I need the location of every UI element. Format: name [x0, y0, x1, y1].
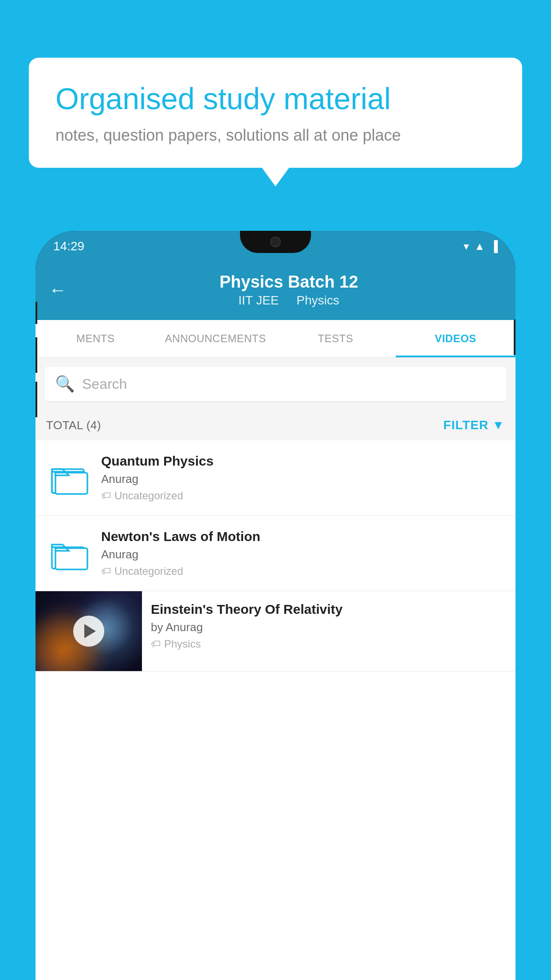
- video-author-3: by Anurag: [151, 620, 507, 634]
- play-button[interactable]: [73, 616, 104, 647]
- video-info-1: Quantum Physics Anurag 🏷 Uncategorized: [101, 454, 505, 502]
- header-center: Physics Batch 12 IIT JEE Physics: [75, 273, 502, 308]
- filter-icon: ▼: [492, 418, 505, 432]
- subtitle-physics: Physics: [296, 293, 339, 307]
- list-item[interactable]: Quantum Physics Anurag 🏷 Uncategorized: [35, 440, 516, 516]
- total-count: TOTAL (4): [46, 419, 101, 432]
- speech-bubble-wrapper: Organised study material notes, question…: [29, 58, 522, 168]
- video-info-3: Einstein's Theory Of Relativity by Anura…: [142, 591, 516, 661]
- speech-bubble-title: Organised study material: [55, 81, 496, 117]
- tag-label-1: Uncategorized: [114, 490, 183, 502]
- speech-bubble: Organised study material notes, question…: [29, 58, 522, 168]
- video-tag-1: 🏷 Uncategorized: [101, 490, 505, 502]
- folder-icon: [48, 536, 88, 571]
- video-info-2: Newton's Laws of Motion Anurag 🏷 Uncateg…: [101, 529, 505, 577]
- tag-icon: 🏷: [101, 490, 111, 502]
- phone-content: MENTS ANNOUNCEMENTS TESTS VIDEOS 🔍 Searc…: [35, 320, 516, 980]
- item-thumbnail-2: [46, 536, 91, 571]
- search-icon: 🔍: [55, 375, 75, 393]
- tabs-bar: MENTS ANNOUNCEMENTS TESTS VIDEOS: [35, 320, 516, 358]
- subtitle-iitjee: IIT JEE: [238, 293, 279, 307]
- video-title-3: Einstein's Theory Of Relativity: [151, 602, 507, 617]
- tag-icon: 🏷: [101, 565, 111, 577]
- camera-notch: [270, 237, 281, 247]
- video-tag-3: 🏷 Physics: [151, 638, 507, 650]
- list-item[interactable]: Einstein's Theory Of Relativity by Anura…: [35, 591, 516, 672]
- tab-announcements[interactable]: ANNOUNCEMENTS: [156, 320, 276, 357]
- play-triangle-icon: [84, 624, 96, 638]
- item-thumbnail-1: [46, 460, 91, 496]
- battery-icon: ▐: [490, 240, 498, 253]
- video-thumbnail-3: [35, 591, 142, 671]
- video-list: Quantum Physics Anurag 🏷 Uncategorized: [35, 440, 516, 672]
- search-bar[interactable]: 🔍 Search: [44, 367, 507, 401]
- header-subtitle: IIT JEE Physics: [75, 293, 502, 308]
- filter-button[interactable]: FILTER ▼: [443, 418, 505, 432]
- search-input[interactable]: Search: [82, 376, 127, 392]
- volume-down-button: [35, 382, 37, 417]
- phone-frame: 14:29 ▾ ▲ ▐ ← Physics Batch 12 IIT JEE P…: [35, 231, 516, 980]
- notch: [240, 231, 311, 253]
- search-bar-wrapper: 🔍 Search: [35, 358, 516, 410]
- back-button[interactable]: ←: [49, 280, 67, 300]
- video-title-1: Quantum Physics: [101, 454, 505, 469]
- app-header: ← Physics Batch 12 IIT JEE Physics: [35, 262, 516, 320]
- signal-icon: ▲: [474, 240, 485, 253]
- tab-videos[interactable]: VIDEOS: [396, 320, 516, 357]
- tag-label-3: Physics: [164, 638, 201, 650]
- video-author-2: Anurag: [101, 548, 505, 561]
- status-icons: ▾ ▲ ▐: [464, 240, 498, 253]
- wifi-icon: ▾: [464, 240, 469, 253]
- tab-ments[interactable]: MENTS: [35, 320, 156, 357]
- status-time: 14:29: [53, 239, 84, 253]
- filter-label: FILTER: [443, 418, 488, 432]
- speech-bubble-subtitle: notes, question papers, solutions all at…: [55, 126, 496, 145]
- tag-icon: 🏷: [151, 638, 161, 650]
- status-bar: 14:29 ▾ ▲ ▐: [35, 231, 516, 262]
- video-author-1: Anurag: [101, 472, 505, 486]
- video-tag-2: 🏷 Uncategorized: [101, 565, 505, 577]
- tab-tests[interactable]: TESTS: [276, 320, 396, 357]
- video-title-2: Newton's Laws of Motion: [101, 529, 505, 544]
- filter-row: TOTAL (4) FILTER ▼: [35, 410, 516, 440]
- header-title: Physics Batch 12: [75, 273, 502, 292]
- folder-icon: [48, 460, 88, 496]
- tag-label-2: Uncategorized: [114, 565, 183, 577]
- list-item[interactable]: Newton's Laws of Motion Anurag 🏷 Uncateg…: [35, 516, 516, 591]
